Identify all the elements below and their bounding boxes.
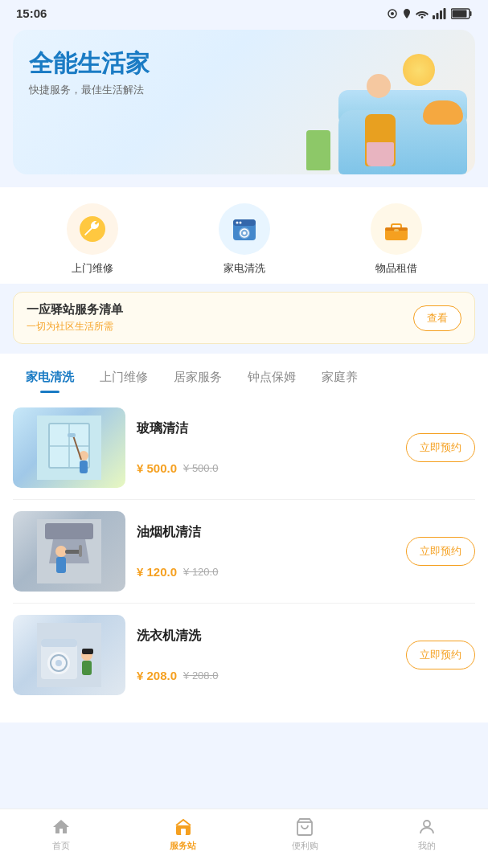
nav-profile[interactable]: 我的 (403, 817, 451, 852)
service-info-washer: 洗衣机清洗 ¥ 208.0 ¥ 208.0 (137, 628, 395, 682)
service-card-hood: 油烟机清洁 ¥ 120.0 ¥ 120.0 立即预约 (13, 500, 475, 604)
nav-home-label: 首页 (52, 840, 70, 852)
banner-strip: 一应驿站服务清单 一切为社区生活所需 查看 (13, 292, 475, 344)
status-icons (387, 8, 472, 19)
service-icon-appliance[interactable]: 家电清洗 (168, 203, 320, 276)
svg-rect-42 (82, 661, 92, 675)
service-name-glass: 玻璃清洁 (137, 420, 395, 437)
washer-clean-image (37, 623, 101, 687)
svg-point-9 (80, 216, 105, 242)
banner-strip-title: 一应驿站服务清单 (27, 302, 123, 317)
appliance-label: 家电清洗 (223, 261, 265, 276)
service-icon-rental[interactable]: 物品租借 (320, 203, 472, 276)
profile-icon (417, 817, 437, 837)
service-price-glass: ¥ 500.0 ¥ 500.0 (137, 461, 395, 475)
tabs-scroll: 家电清洗 上门维修 居家服务 钟点保姆 家庭养 (0, 365, 488, 393)
svg-rect-45 (181, 829, 186, 835)
toolbox-icon (382, 215, 411, 244)
person-illustration (359, 70, 403, 166)
wrench-icon (78, 215, 107, 244)
book-button-hood[interactable]: 立即预约 (406, 537, 475, 566)
nav-service-station[interactable]: 服务站 (159, 817, 207, 852)
service-icon-repair[interactable]: 上门维修 (16, 203, 168, 276)
shopping-bag-icon (295, 817, 314, 837)
bottom-nav: 首页 服务站 便利购 我的 (0, 809, 488, 868)
washing-machine-icon (230, 215, 259, 244)
svg-rect-5 (444, 8, 446, 19)
svg-point-14 (243, 231, 246, 235)
price-original-hood: ¥ 120.0 (183, 566, 218, 578)
status-time: 15:06 (16, 6, 47, 20)
svg-rect-8 (453, 10, 467, 17)
service-price-hood: ¥ 120.0 ¥ 120.0 (137, 565, 395, 579)
service-card-washer: 洗衣机清洗 ¥ 208.0 ¥ 208.0 立即预约 (13, 604, 475, 706)
service-icons-row: 上门维修 家电清洗 物品租借 (0, 187, 488, 284)
nav-convenience[interactable]: 便利购 (281, 817, 329, 852)
nav-home[interactable]: 首页 (37, 817, 85, 852)
hero-illustration (298, 46, 475, 174)
svg-rect-43 (82, 649, 93, 654)
home-icon (51, 817, 71, 837)
service-name-hood: 油烟机清洁 (137, 524, 395, 541)
camera-icon (387, 8, 398, 19)
service-name-washer: 洗衣机清洗 (137, 628, 395, 645)
sun-decoration (403, 54, 435, 86)
nav-convenience-label: 便利购 (292, 840, 318, 852)
book-button-washer[interactable]: 立即预约 (406, 641, 475, 669)
service-info-glass: 玻璃清洁 ¥ 500.0 ¥ 500.0 (137, 420, 395, 475)
banner-strip-subtitle: 一切为社区生活所需 (27, 320, 123, 334)
service-price-washer: ¥ 208.0 ¥ 208.0 (137, 669, 395, 682)
svg-rect-20 (394, 229, 399, 231)
tab-home-service[interactable]: 居家服务 (161, 365, 235, 393)
tab-family-care[interactable]: 家庭养 (309, 365, 371, 393)
service-thumb-hood (13, 511, 125, 592)
price-current-washer: ¥ 208.0 (137, 669, 177, 682)
svg-rect-7 (470, 11, 472, 16)
service-thumb-washer (13, 615, 125, 695)
repair-icon (67, 203, 118, 255)
svg-point-31 (55, 546, 67, 557)
tab-hourly-maid[interactable]: 钟点保姆 (235, 365, 309, 393)
service-list: 玻璃清洁 ¥ 500.0 ¥ 500.0 立即预约 (0, 393, 488, 723)
location-icon (401, 8, 412, 19)
hood-clean-image (37, 519, 101, 583)
nav-profile-label: 我的 (418, 840, 436, 852)
svg-rect-3 (437, 13, 439, 19)
price-original-glass: ¥ 500.0 (183, 462, 218, 474)
plant-illustration (306, 130, 330, 170)
svg-rect-40 (41, 639, 77, 647)
svg-point-1 (391, 12, 394, 15)
service-thumb-glass (13, 407, 125, 488)
repair-label: 上门维修 (72, 261, 113, 276)
svg-rect-28 (68, 433, 76, 437)
svg-point-16 (239, 222, 241, 224)
price-original-washer: ¥ 208.0 (183, 669, 218, 682)
category-tabs: 家电清洗 上门维修 居家服务 钟点保姆 家庭养 (0, 354, 488, 393)
svg-rect-32 (56, 557, 66, 573)
tab-repair[interactable]: 上门维修 (87, 365, 161, 393)
book-button-glass[interactable]: 立即预约 (406, 433, 475, 462)
rental-icon-circle (371, 203, 422, 255)
service-info-hood: 油烟机清洁 ¥ 120.0 ¥ 120.0 (137, 524, 395, 579)
wifi-icon (416, 8, 429, 19)
banner-view-button[interactable]: 查看 (413, 305, 461, 331)
appliance-icon-circle (219, 203, 270, 255)
cat-illustration (423, 100, 463, 125)
svg-rect-2 (433, 15, 435, 19)
service-station-icon (174, 817, 193, 837)
svg-rect-4 (440, 10, 442, 19)
banner-strip-text: 一应驿站服务清单 一切为社区生活所需 (27, 302, 123, 334)
svg-rect-30 (45, 523, 93, 539)
status-bar: 15:06 (0, 0, 488, 23)
svg-rect-34 (79, 545, 82, 557)
svg-rect-26 (80, 461, 88, 473)
price-current-hood: ¥ 120.0 (137, 565, 177, 579)
price-current-glass: ¥ 500.0 (137, 461, 177, 475)
nav-service-station-label: 服务站 (170, 840, 196, 852)
svg-point-47 (424, 821, 430, 827)
battery-icon (451, 8, 472, 19)
tab-appliance-clean[interactable]: 家电清洗 (13, 365, 87, 393)
service-card-glass: 玻璃清洁 ¥ 500.0 ¥ 500.0 立即预约 (13, 396, 475, 500)
svg-point-15 (236, 222, 238, 224)
signal-icon (432, 8, 448, 19)
